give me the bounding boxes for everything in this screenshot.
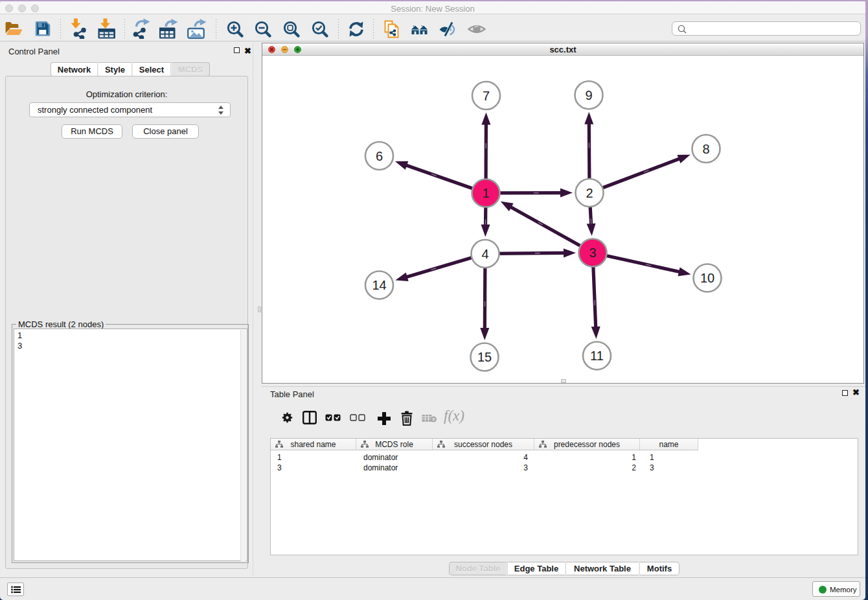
- svg-text:7: 7: [483, 89, 490, 103]
- svg-text:2: 2: [586, 186, 593, 200]
- svg-text:4: 4: [481, 247, 488, 261]
- svg-text:8: 8: [702, 142, 709, 156]
- svg-text:9: 9: [585, 88, 592, 102]
- svg-text:11: 11: [590, 349, 604, 363]
- svg-text:3: 3: [589, 246, 596, 260]
- svg-text:15: 15: [477, 350, 492, 364]
- svg-text:14: 14: [372, 278, 386, 292]
- svg-text:1: 1: [482, 186, 489, 200]
- svg-text:10: 10: [700, 271, 714, 285]
- svg-text:6: 6: [376, 149, 383, 163]
